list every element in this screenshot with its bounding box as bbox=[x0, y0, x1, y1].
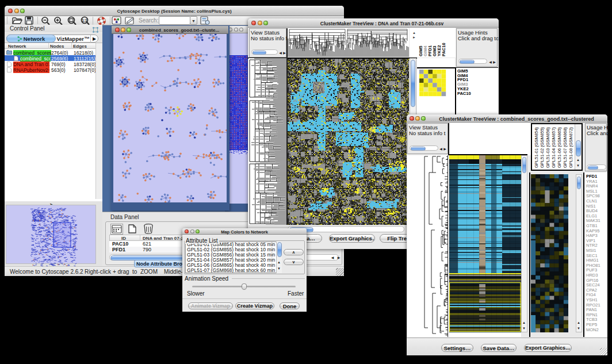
svg-text:1:1: 1:1 bbox=[82, 18, 87, 22]
